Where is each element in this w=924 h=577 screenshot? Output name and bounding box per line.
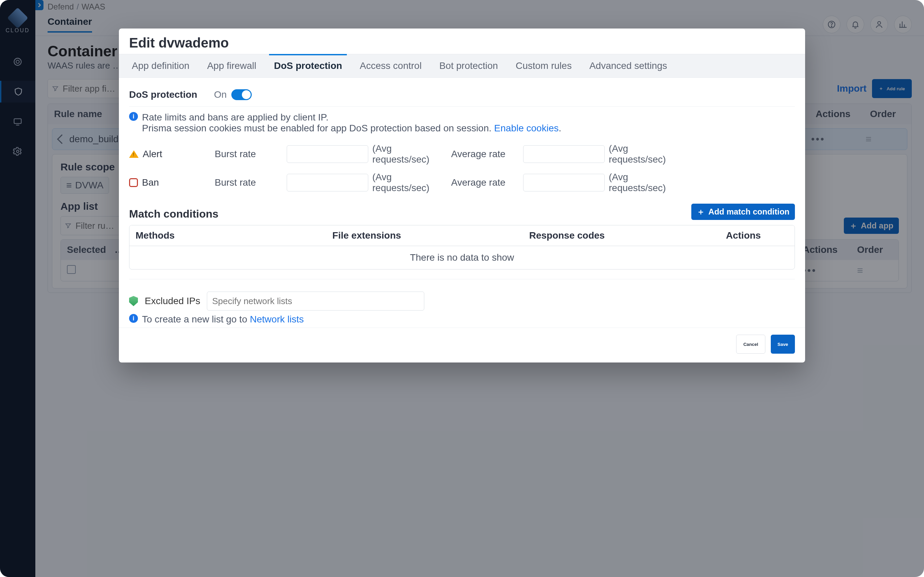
tab-bot-protection[interactable]: Bot protection bbox=[436, 54, 501, 77]
save-button[interactable]: Save bbox=[771, 335, 795, 354]
ban-avg-hint: (Avg requests/sec) bbox=[609, 172, 683, 193]
save-label: Save bbox=[778, 342, 788, 347]
match-title: Match conditions bbox=[129, 208, 218, 220]
warning-icon bbox=[129, 150, 139, 158]
dos-info-line-2: Prisma session cookies must be enabled f… bbox=[142, 123, 561, 134]
excluded-note-prefix: To create a new list go to bbox=[142, 314, 250, 324]
ban-burst-input[interactable] bbox=[287, 174, 368, 192]
info-icon: i bbox=[129, 112, 138, 121]
ban-burst-hint: (Avg requests/sec) bbox=[372, 172, 447, 193]
alert-label: Alert bbox=[143, 149, 162, 160]
alert-avg-hint: (Avg requests/sec) bbox=[609, 143, 683, 165]
ban-icon bbox=[129, 178, 138, 187]
alert-avg-input[interactable] bbox=[523, 145, 605, 163]
mt-th-actions: Actions bbox=[720, 226, 795, 246]
ban-label: Ban bbox=[142, 177, 159, 188]
enable-cookies-link[interactable]: Enable cookies bbox=[494, 123, 559, 134]
alert-avg-label: Average rate bbox=[451, 149, 519, 160]
tab-dos-protection[interactable]: DoS protection bbox=[271, 54, 345, 77]
tab-app-firewall[interactable]: App firewall bbox=[205, 54, 259, 77]
match-empty: There is no data to show bbox=[129, 246, 795, 269]
dos-state-label: On bbox=[214, 89, 226, 100]
excluded-ips-input[interactable] bbox=[207, 292, 424, 311]
tab-advanced-settings[interactable]: Advanced settings bbox=[587, 54, 670, 77]
edit-app-modal: Edit dvwademo App definition App firewal… bbox=[119, 29, 805, 363]
mt-th-response-codes: Response codes bbox=[523, 226, 720, 246]
dos-toggle[interactable] bbox=[231, 89, 252, 100]
alert-burst-input[interactable] bbox=[287, 145, 368, 163]
cancel-button[interactable]: Cancel bbox=[736, 335, 766, 354]
tab-access-control[interactable]: Access control bbox=[357, 54, 424, 77]
alert-burst-hint: (Avg requests/sec) bbox=[372, 143, 447, 165]
match-table: Methods File extensions Response codes A… bbox=[129, 225, 795, 269]
mt-th-methods: Methods bbox=[129, 226, 326, 246]
shield-icon bbox=[129, 296, 138, 306]
mt-th-file-ext: File extensions bbox=[326, 226, 523, 246]
plus-icon: ＋ bbox=[697, 206, 705, 217]
cancel-label: Cancel bbox=[743, 342, 758, 347]
excluded-ips-label: Excluded IPs bbox=[145, 296, 200, 306]
network-lists-link[interactable]: Network lists bbox=[250, 314, 304, 324]
ban-avg-label: Average rate bbox=[451, 177, 519, 188]
dos-info-line-1: Rate limits and bans are applied by clie… bbox=[142, 112, 561, 123]
dos-info-line-2-prefix: Prisma session cookies must be enabled f… bbox=[142, 123, 494, 134]
add-match-condition-label: Add match condition bbox=[708, 207, 790, 216]
modal-tabs: App definition App firewall DoS protecti… bbox=[119, 54, 805, 78]
dos-label: DoS protection bbox=[129, 89, 214, 100]
ban-burst-label: Burst rate bbox=[215, 177, 283, 188]
tab-app-definition[interactable]: App definition bbox=[129, 54, 192, 77]
add-match-condition-button[interactable]: ＋ Add match condition bbox=[691, 204, 795, 220]
modal-title: Edit dvwademo bbox=[129, 35, 795, 51]
tab-custom-rules[interactable]: Custom rules bbox=[513, 54, 574, 77]
alert-burst-label: Burst rate bbox=[215, 149, 283, 160]
info-icon: i bbox=[129, 314, 138, 323]
ban-avg-input[interactable] bbox=[523, 174, 605, 192]
